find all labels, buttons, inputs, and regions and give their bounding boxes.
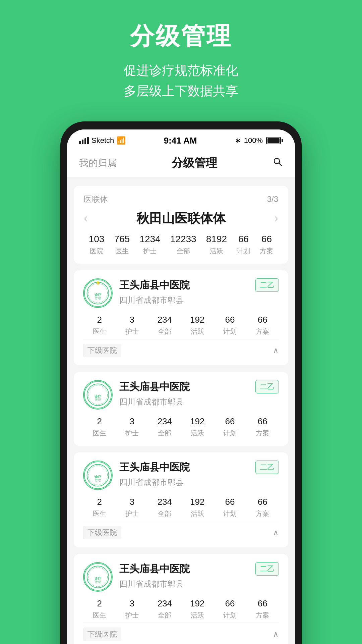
stat-label: 计划 (223, 509, 237, 518)
stat-value: 66 (238, 234, 249, 245)
status-time: 9:41 AM (164, 136, 197, 146)
nav-back-label[interactable]: 我的归属 (79, 157, 117, 169)
stat-value: 234 (158, 315, 172, 325)
hospital-stat-item: 66 计划 (214, 416, 246, 438)
stat-label: 医院 (90, 247, 103, 256)
stat-value: 192 (190, 598, 204, 609)
stat-label: 医生 (93, 509, 106, 518)
nav-title: 分级管理 (172, 155, 217, 171)
stat-value: 2 (97, 315, 102, 325)
hospital-name-row: 王头庙县中医院 二乙 (119, 380, 279, 394)
prev-arrow-icon[interactable]: ‹ (84, 211, 88, 225)
svg-text:诊疗: 诊疗 (95, 394, 101, 398)
stat-label: 活跃 (210, 247, 223, 256)
hospital-logo: 诊疗 管理 (83, 461, 113, 490)
hospital-stats: 2 医生 3 护士 234 全部 192 活跃 66 计划 66 方案 (83, 497, 279, 518)
hospital-name-row: 王头庙县中医院 二乙 (119, 461, 279, 474)
hospital-stat-item: 192 活跃 (181, 315, 214, 336)
collapse-icon[interactable]: ∧ (273, 528, 279, 537)
hospital-card[interactable]: ♛ 诊疗 管理 王头庙县中医院 二乙 四川省成都市郫县 2 医生 (74, 270, 288, 365)
hospital-stat-item: 234 全部 (148, 598, 181, 620)
hospital-list: ♛ 诊疗 管理 王头庙县中医院 二乙 四川省成都市郫县 2 医生 (74, 270, 288, 644)
search-icon[interactable] (272, 156, 283, 170)
hospital-card[interactable]: 诊疗 管理 王头庙县中医院 二乙 四川省成都市郫县 2 医生 3 护士 (74, 372, 288, 446)
stat-label: 护士 (125, 327, 139, 336)
stat-label: 计划 (237, 247, 250, 256)
stat-label: 计划 (223, 429, 237, 438)
alliance-label: 医联体 (84, 194, 108, 205)
hospital-top: ♛ 诊疗 管理 王头庙县中医院 二乙 四川省成都市郫县 (83, 278, 279, 308)
hospital-stat-item: 2 医生 (83, 416, 116, 438)
stat-label: 护士 (125, 429, 139, 438)
hospital-card[interactable]: 诊疗 管理 王头庙县中医院 二乙 四川省成都市郫县 2 医生 3 护士 (74, 452, 288, 547)
stat-value: 1234 (139, 234, 160, 245)
alliance-stat-item: 1234 护士 (139, 234, 160, 256)
stat-label: 医生 (115, 247, 129, 256)
stat-value: 234 (158, 416, 172, 427)
hospital-stat-item: 3 护士 (116, 497, 148, 518)
stat-label: 方案 (256, 611, 269, 620)
stat-value: 234 (158, 598, 172, 609)
hospital-card[interactable]: 诊疗 管理 王头庙县中医院 二乙 四川省成都市郫县 2 医生 3 护士 (74, 554, 288, 644)
battery-percent: 100% (244, 136, 263, 145)
alliance-name: 秋田山医联体体 (88, 210, 274, 227)
phone-mockup: Sketch 📶 9:41 AM ∗ 100% 我的归属 分级管理 (60, 121, 302, 644)
sub-hospital-divider: 下级医院 ∧ (83, 339, 279, 357)
stat-label: 方案 (256, 509, 269, 518)
hospital-stat-item: 3 护士 (116, 315, 148, 336)
alliance-pagination: 3/3 (267, 195, 278, 204)
phone-screen: Sketch 📶 9:41 AM ∗ 100% 我的归属 分级管理 (67, 129, 295, 644)
alliance-stat-item: 765 医生 (114, 234, 130, 256)
stat-value: 2 (97, 416, 102, 427)
battery-icon (266, 137, 283, 144)
hospital-name: 王头庙县中医院 (119, 562, 190, 576)
next-arrow-icon[interactable]: › (274, 211, 278, 225)
stat-value: 66 (258, 315, 267, 325)
hospital-info: 王头庙县中医院 二乙 四川省成都市郫县 (119, 380, 279, 407)
stat-label: 护士 (125, 509, 139, 518)
svg-text:诊疗: 诊疗 (95, 292, 101, 296)
stat-value: 8192 (206, 234, 227, 245)
carrier-name: Sketch (92, 136, 114, 145)
stat-label: 全部 (158, 429, 171, 438)
stat-value: 66 (258, 598, 267, 609)
stat-value: 3 (130, 598, 134, 609)
stat-value: 66 (261, 234, 272, 245)
collapse-icon[interactable]: ∧ (273, 346, 279, 355)
hospital-stat-item: 2 医生 (83, 315, 116, 336)
hospital-stat-item: 192 活跃 (181, 598, 214, 620)
hospital-badge: 二乙 (255, 562, 279, 576)
hospital-badge: 二乙 (255, 380, 279, 393)
alliance-stat-item: 66 方案 (260, 234, 273, 256)
status-left: Sketch 📶 (79, 136, 126, 145)
sub-hospital-divider: 下级医院 ∧ (83, 623, 279, 641)
sub-hospital-label: 下级医院 (83, 628, 121, 641)
hospital-stats: 2 医生 3 护士 234 全部 192 活跃 66 计划 66 方案 (83, 416, 279, 438)
stat-label: 方案 (256, 429, 269, 438)
hospital-name: 王头庙县中医院 (119, 461, 190, 474)
hospital-name: 王头庙县中医院 (119, 278, 190, 292)
hospital-stat-item: 234 全部 (148, 416, 181, 438)
stat-label: 全部 (158, 611, 171, 620)
stat-value: 103 (89, 234, 105, 245)
stat-value: 66 (258, 416, 267, 427)
alliance-nav: ‹ 秋田山医联体体 › (84, 210, 278, 227)
hospital-stats: 2 医生 3 护士 234 全部 192 活跃 66 计划 66 方案 (83, 315, 279, 336)
stat-value: 234 (158, 497, 172, 507)
hospital-name-row: 王头庙县中医院 二乙 (119, 562, 279, 576)
collapse-icon[interactable]: ∧ (273, 630, 279, 639)
hospital-badge: 二乙 (255, 461, 279, 474)
stat-label: 护士 (125, 611, 139, 620)
hospital-stat-item: 192 活跃 (181, 416, 214, 438)
nav-bar: 我的归属 分级管理 (67, 150, 295, 178)
stat-label: 医生 (93, 327, 106, 336)
stat-value: 66 (225, 598, 235, 609)
hospital-stat-item: 2 医生 (83, 497, 116, 518)
hospital-stat-item: 66 方案 (246, 598, 279, 620)
hero-subtitle: 促进诊疗规范标准化 多层级上下数据共享 (124, 60, 238, 101)
stat-label: 活跃 (191, 429, 204, 438)
hospital-stat-item: 66 计划 (214, 315, 246, 336)
hospital-stat-item: 192 活跃 (181, 497, 214, 518)
alliance-stat-item: 103 医院 (89, 234, 105, 256)
stat-label: 全部 (177, 247, 190, 256)
